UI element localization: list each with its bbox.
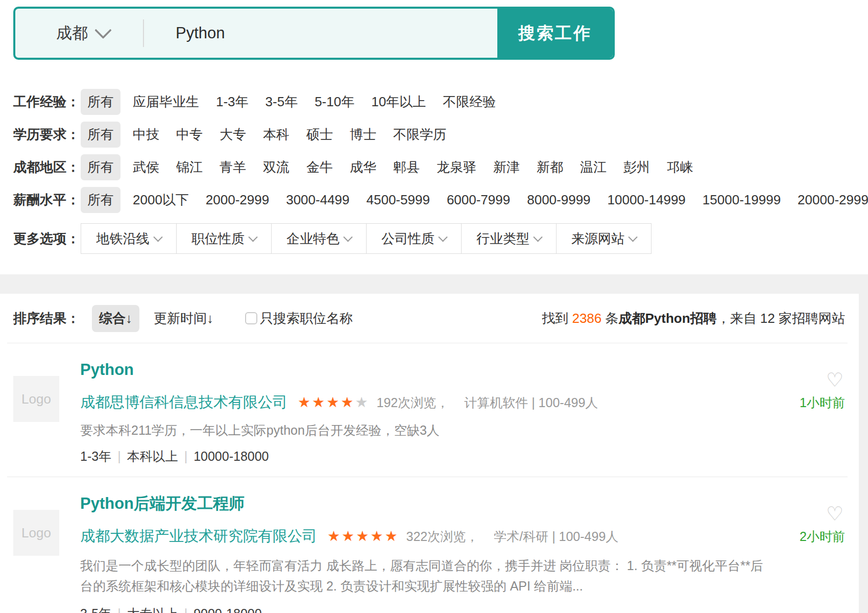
checkbox-icon[interactable] [245,312,257,324]
filter-options: 应届毕业生1-3年3-5年5-10年10年以上不限经验 [133,93,513,111]
dropdown-company-feature[interactable]: 企业特色 [271,224,366,253]
salary-range: 10000-18000 [194,449,269,463]
favorite-heart-icon[interactable]: ♡ [826,504,843,524]
filter-option[interactable]: 6000-7999 [447,192,510,208]
filter-option[interactable]: 新津 [493,158,520,176]
sort-row: 排序结果： 综合↓ 更新时间↓ 只搜索职位名称 找到 2386 条成都Pytho… [0,294,868,343]
search-button[interactable]: 搜索工作 [497,9,613,58]
result-count: 2386 [572,311,601,326]
job-title-link[interactable]: Python [80,360,845,380]
filter-option[interactable]: 温江 [580,158,607,176]
filter-option[interactable]: 彭州 [623,158,650,176]
filter-option[interactable]: 3000-4499 [286,192,349,208]
filter-option[interactable]: 15000-19999 [703,192,781,208]
job-title-link[interactable]: Python后端开发工程师 [80,494,845,513]
filter-option-selected[interactable]: 所有 [81,154,120,180]
dropdown-group: 地铁沿线 职位性质 企业特色 公司性质 行业类型 来源网站 [81,223,652,254]
chevron-down-icon [628,232,637,242]
salary-range: 9000-18000 [194,606,261,613]
company-row: 成都思博信科信息技术有限公司 ★★★★★ 192次浏览， 计算机软件 | 100… [80,393,845,412]
filter-option[interactable]: 10年以上 [371,93,426,111]
rating-stars: ★★★★★ [327,529,399,544]
dropdown-label: 企业特色 [286,230,340,248]
filter-option[interactable]: 3-5年 [266,93,298,111]
job-meta: 3-5年|大专以上|9000-18000 [80,604,845,613]
checkbox-label: 只搜索职位名称 [260,310,353,327]
filter-option-selected[interactable]: 所有 [81,89,120,115]
company-row: 成都大数据产业技术研究院有限公司 ★★★★★ 322次浏览， 学术/科研 | 1… [80,527,845,546]
view-count: 192次浏览， [377,394,449,411]
filter-option[interactable]: 2000-2999 [206,192,269,208]
filter-option[interactable]: 武侯 [133,158,159,176]
dropdown-label: 职位性质 [191,230,245,248]
filter-options: 2000以下2000-29993000-44994500-59996000-79… [133,191,868,209]
city-selector[interactable]: 成都 [15,9,143,58]
sort-update-time-button[interactable]: 更新时间↓ [154,310,213,327]
filter-option[interactable]: 2000以下 [133,191,189,209]
company-link[interactable]: 成都大数据产业技术研究院有限公司 [80,526,317,547]
filter-row-salary: 薪酬水平： 所有 2000以下2000-29993000-44994500-59… [13,183,868,216]
result-unit: 条 [601,311,618,326]
filter-option[interactable]: 硕士 [306,126,333,144]
filter-option[interactable]: 4500-5999 [367,192,430,208]
industry-size: 计算机软件 | 100-499人 [464,394,598,411]
filter-option[interactable]: 新都 [537,158,563,176]
dropdown-company-nature[interactable]: 公司性质 [366,224,461,253]
filter-option[interactable]: 龙泉驿 [437,158,476,176]
dropdown-subway[interactable]: 地铁沿线 [81,224,176,253]
filter-options: 武侯锦江青羊双流金牛成华郫县龙泉驿新津新都温江彭州邛崃 [133,158,710,176]
filter-option[interactable]: 金牛 [306,158,333,176]
filter-option-selected[interactable]: 所有 [81,187,120,213]
result-summary: 找到 2386 条成都Python招聘，来自 12 家招聘网站 [542,310,845,327]
filter-label: 学历要求： [13,126,81,144]
filter-label: 薪酬水平： [13,191,81,209]
filter-option[interactable]: 大专 [220,126,246,144]
chevron-down-icon [533,232,542,242]
result-suffix: ，来自 12 家招聘网站 [717,311,845,326]
company-logo: Logo [13,510,59,556]
dropdown-label: 公司性质 [381,230,435,248]
dropdown-job-type[interactable]: 职位性质 [176,224,271,253]
filter-panel: 工作经验： 所有 应届毕业生1-3年3-5年5-10年10年以上不限经验 学历要… [13,85,868,216]
filter-option[interactable]: 博士 [350,126,376,144]
more-options-label: 更多选项： [13,230,81,248]
filter-option[interactable]: 不限学历 [393,126,446,144]
filter-option[interactable]: 1-3年 [216,93,249,111]
stars-empty: ★ [355,394,369,410]
rating-stars: ★★★★★ [298,395,370,410]
filter-option[interactable]: 邛崃 [667,158,693,176]
filter-option[interactable]: 成华 [350,158,376,176]
search-input[interactable]: Python [144,9,497,58]
filter-option[interactable]: 中技 [133,126,159,144]
divider [7,477,848,477]
filter-label: 工作经验： [13,93,81,111]
filter-label: 成都地区： [13,158,81,176]
filter-row-experience: 工作经验： 所有 应届毕业生1-3年3-5年5-10年10年以上不限经验 [13,85,868,118]
filter-option[interactable]: 本科 [263,126,290,144]
company-link[interactable]: 成都思博信科信息技术有限公司 [80,392,287,413]
job-description: 我们是一个成长型的团队，年轻而富有活力 成长路上，愿有志同道合的你，携手并进 岗… [80,555,764,596]
sort-comprehensive-button[interactable]: 综合↓ [92,305,139,332]
filter-option[interactable]: 5-10年 [315,93,354,111]
filter-option[interactable]: 不限经验 [443,93,496,111]
title-only-checkbox-wrap[interactable]: 只搜索职位名称 [245,310,353,327]
industry-size: 学术/科研 | 100-499人 [494,528,618,545]
filter-option[interactable]: 应届毕业生 [133,93,199,111]
dropdown-source-site[interactable]: 来源网站 [556,224,651,253]
dropdown-industry[interactable]: 行业类型 [461,224,556,253]
experience-required: 1-3年 [80,449,111,463]
filter-option-selected[interactable]: 所有 [81,122,120,148]
filter-option[interactable]: 郫县 [393,158,420,176]
chevron-down-icon [438,232,447,242]
stars-filled: ★★★★★ [327,528,399,544]
favorite-heart-icon[interactable]: ♡ [826,370,843,390]
filter-option[interactable]: 8000-9999 [527,192,590,208]
filter-option[interactable]: 锦江 [176,158,203,176]
job-meta: 1-3年|本科以上|10000-18000 [80,447,845,465]
filter-option[interactable]: 青羊 [220,158,246,176]
filter-option[interactable]: 中专 [176,126,203,144]
filter-option[interactable]: 双流 [263,158,290,176]
filter-option[interactable]: 10000-14999 [608,192,686,208]
filter-option[interactable]: 20000-29999 [798,192,868,208]
dropdown-label: 来源网站 [571,230,624,248]
